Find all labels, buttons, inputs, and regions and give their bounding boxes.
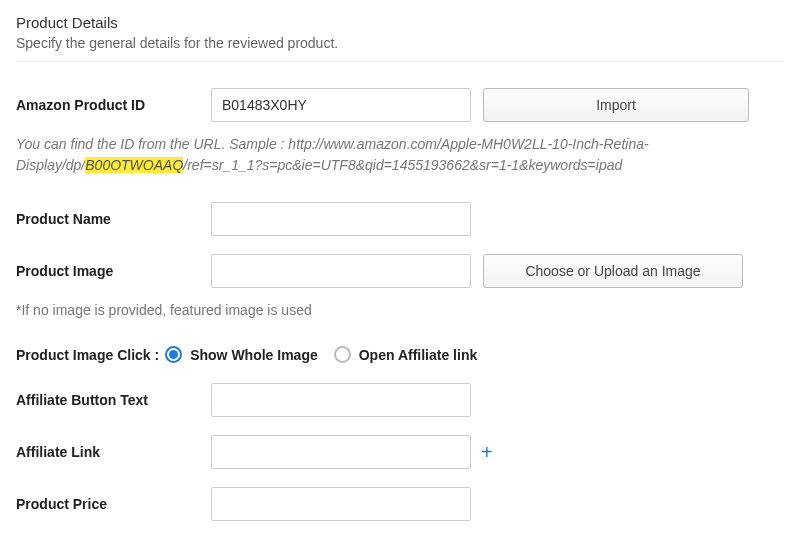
amazon-id-input[interactable] [211, 88, 471, 122]
hint-text-post: /ref=sr_1_1?s=pc&ie=UTF8&qid=1455193662&… [183, 157, 622, 173]
row-affiliate-button-text: Affiliate Button Text [16, 383, 784, 417]
label-image-click: Product Image Click : [16, 347, 159, 363]
product-name-input[interactable] [211, 202, 471, 236]
radio-open-affiliate-link[interactable]: Open Affiliate link [334, 346, 478, 363]
section-desc: Specify the general details for the revi… [16, 35, 784, 51]
label-product-price: Product Price [16, 496, 211, 512]
row-affiliate-link: Affiliate Link + [16, 435, 784, 469]
radio-show-whole-image-label: Show Whole Image [190, 347, 318, 363]
row-amazon-id: Amazon Product ID Import [16, 88, 784, 122]
label-product-image: Product Image [16, 263, 211, 279]
no-image-note: *If no image is provided, featured image… [16, 302, 784, 318]
affiliate-button-text-input[interactable] [211, 383, 471, 417]
product-price-input[interactable] [211, 487, 471, 521]
amazon-id-hint: You can find the ID from the URL. Sample… [16, 134, 784, 176]
label-affiliate-link: Affiliate Link [16, 444, 211, 460]
radio-open-affiliate-link-label: Open Affiliate link [359, 347, 478, 363]
label-product-name: Product Name [16, 211, 211, 227]
upload-image-button[interactable]: Choose or Upload an Image [483, 254, 743, 288]
row-product-price: Product Price [16, 487, 784, 521]
radio-show-whole-image[interactable]: Show Whole Image [165, 346, 318, 363]
import-button[interactable]: Import [483, 88, 749, 122]
section-header: Product Details Specify the general deta… [16, 14, 784, 62]
radio-disc-icon [165, 346, 182, 363]
product-image-input[interactable] [211, 254, 471, 288]
label-affiliate-button-text: Affiliate Button Text [16, 392, 211, 408]
row-product-image: Product Image Choose or Upload an Image [16, 254, 784, 288]
affiliate-link-input[interactable] [211, 435, 471, 469]
hint-highlight: B00OTWOAAQ [85, 157, 183, 173]
label-amazon-id: Amazon Product ID [16, 97, 211, 113]
radio-disc-icon [334, 346, 351, 363]
row-product-name: Product Name [16, 202, 784, 236]
section-title: Product Details [16, 14, 784, 31]
row-image-click: Product Image Click : Show Whole Image O… [16, 346, 784, 363]
plus-icon[interactable]: + [481, 442, 493, 462]
